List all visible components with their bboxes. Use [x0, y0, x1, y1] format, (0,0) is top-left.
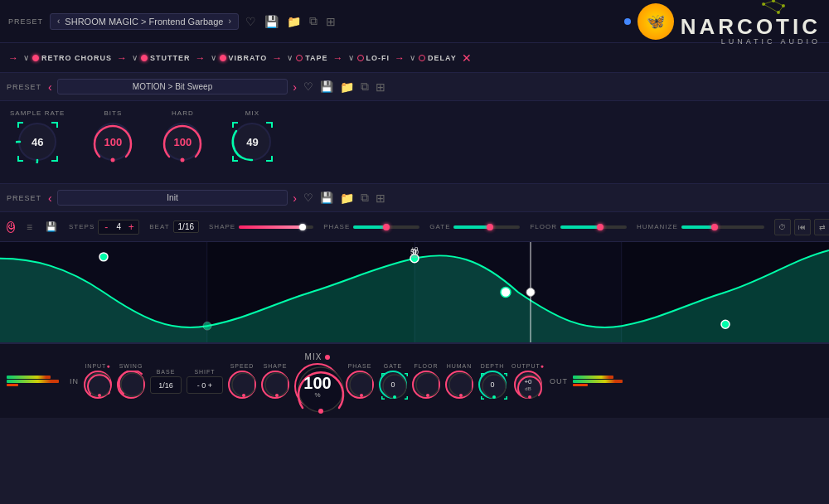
lofi-paste-icon[interactable]: ⊞: [376, 80, 385, 94]
top-preset-nav[interactable]: ‹ SHROOM MAGIC > Frontend Garbage ›: [50, 13, 239, 30]
arrow-after-chorus[interactable]: →: [115, 52, 128, 64]
chevron-tape[interactable]: ∨: [348, 53, 354, 62]
heart-icon[interactable]: ♡: [245, 15, 256, 28]
lofi-preset-nav[interactable]: ‹ MOTION > Bit Sweep ›: [48, 79, 297, 94]
chevron-chorus[interactable]: ∨: [132, 53, 138, 62]
arrow-after-stutter[interactable]: →: [194, 52, 207, 64]
logo-dot-blue: [624, 18, 631, 25]
shape-knob[interactable]: 0: [261, 371, 289, 399]
effect-retro-chorus: RETRO CHORUS: [32, 54, 112, 62]
speed-knob[interactable]: 0: [228, 371, 256, 399]
humanize-slider[interactable]: [681, 225, 764, 229]
input-knob[interactable]: +0 dB: [84, 371, 112, 399]
lofi-label: LO-FI: [366, 54, 390, 62]
top-preset-path: SHROOM MAGIC > Frontend Garbage: [65, 17, 223, 27]
chevron-lofi[interactable]: ∨: [410, 53, 415, 62]
bits-knob-wrapper[interactable]: 100: [91, 120, 134, 163]
lfo-prev-arrow[interactable]: ‹: [48, 191, 52, 205]
effects-chevron[interactable]: ∨: [23, 53, 29, 62]
lfo-copy-icon[interactable]: ⧉: [361, 191, 369, 205]
base-value-box[interactable]: 1/16: [150, 376, 182, 394]
lofi-mix-group: MIX 49: [230, 109, 274, 163]
paste-icon[interactable]: ⊞: [326, 15, 336, 28]
lofi-save-icon[interactable]: 💾: [320, 80, 333, 93]
mix-main-label: MIX: [305, 352, 322, 361]
lfo-save-small-icon[interactable]: 💾: [44, 220, 59, 234]
svg-point-77: [492, 395, 496, 399]
gate-knob[interactable]: 0: [379, 371, 407, 399]
floor-knob[interactable]: 0: [412, 371, 440, 399]
lfo-heart-icon[interactable]: ♡: [303, 191, 313, 204]
gate-slider[interactable]: [453, 225, 520, 229]
chevron-vibrato[interactable]: ∨: [287, 53, 293, 62]
arrow-after-lofi[interactable]: →: [393, 52, 406, 64]
hard-knob-wrapper[interactable]: 100: [161, 120, 204, 163]
lfo-timer-icon[interactable]: ⏱: [774, 219, 791, 235]
human-knob[interactable]: 0: [445, 371, 473, 399]
lfo-shuffle-icon[interactable]: ⇄: [814, 219, 829, 235]
svg-rect-27: [232, 160, 238, 162]
lfo-preset-bar: PRESET ‹ Init › ♡ 💾 📁 ⧉ ⊞: [0, 184, 829, 212]
lofi-power[interactable]: [357, 55, 364, 61]
steps-minus-btn[interactable]: -: [102, 221, 110, 233]
lfo-paste-icon[interactable]: ⊞: [376, 191, 385, 205]
svg-rect-28: [266, 160, 272, 162]
big-mix-knob[interactable]: 100 %: [294, 363, 341, 410]
chevron-stutter[interactable]: ∨: [211, 53, 216, 62]
floor-slider[interactable]: [560, 225, 627, 229]
shape-knob-label: SHAPE: [264, 363, 288, 369]
lfo-next-arrow[interactable]: ›: [293, 191, 297, 205]
retro-chorus-power[interactable]: [32, 55, 39, 61]
svg-point-63: [393, 395, 396, 399]
svg-rect-70: [481, 373, 482, 376]
copy-icon[interactable]: ⧉: [309, 14, 318, 28]
shift-value-box[interactable]: - 0 +: [187, 376, 223, 394]
shape-slider[interactable]: [239, 225, 313, 229]
lofi-prev-arrow[interactable]: ‹: [48, 80, 52, 94]
lofi-heart-icon[interactable]: ♡: [303, 80, 313, 93]
lfo-save-icon[interactable]: 💾: [320, 191, 333, 204]
folder-icon[interactable]: 📁: [287, 15, 301, 28]
speed-knob-svg: [230, 371, 255, 399]
arrow-after-vibrato[interactable]: →: [270, 52, 284, 64]
save-icon[interactable]: 💾: [264, 15, 279, 28]
lofi-folder-icon[interactable]: 📁: [340, 80, 354, 94]
lofi-copy-icon[interactable]: ⧉: [361, 80, 369, 94]
phase-knob[interactable]: 0: [346, 371, 374, 399]
lfo-eq-icon[interactable]: ≡: [25, 220, 34, 235]
svg-point-47: [242, 394, 245, 397]
effects-left-arrow[interactable]: →: [7, 52, 20, 64]
svg-line-6: [778, 6, 783, 12]
lfo-skip-icon[interactable]: ⏮: [794, 219, 811, 235]
next-preset-arrow[interactable]: ›: [228, 17, 230, 26]
svg-rect-74: [481, 399, 484, 400]
svg-rect-12: [56, 122, 58, 128]
lofi-preset-path: MOTION > Bit Sweep: [57, 79, 288, 94]
lofi-next-arrow[interactable]: ›: [293, 80, 297, 94]
prev-preset-arrow[interactable]: ‹: [57, 17, 60, 26]
vu-out-bar-top: [573, 376, 613, 379]
stutter-power[interactable]: [141, 55, 148, 61]
floor-label: FLOOR: [530, 223, 557, 230]
lofi-mix-knob-wrapper[interactable]: 49: [230, 120, 274, 163]
phase-slider[interactable]: [353, 225, 419, 229]
arrow-after-tape[interactable]: →: [332, 52, 345, 64]
sample-rate-knob-wrapper[interactable]: 46: [16, 120, 59, 163]
svg-line-7: [764, 4, 778, 12]
steps-plus-btn[interactable]: +: [127, 221, 135, 233]
svg-line-5: [773, 1, 783, 6]
vibrato-power[interactable]: [220, 55, 226, 61]
tape-power[interactable]: [296, 55, 303, 61]
steps-control[interactable]: - 4 +: [98, 220, 139, 235]
delay-power[interactable]: [419, 55, 425, 61]
lfo-preset-nav[interactable]: ‹ Init ›: [48, 190, 297, 206]
svg-point-37: [99, 253, 108, 261]
lfo-folder-icon[interactable]: 📁: [340, 191, 354, 205]
beat-value[interactable]: 1/16: [173, 220, 199, 233]
swing-knob[interactable]: 50: [117, 371, 145, 399]
output-knob[interactable]: +0 dB: [514, 371, 542, 399]
vu-bar-mid: [7, 380, 59, 383]
svg-point-44: [98, 394, 101, 397]
lfo-power-btn[interactable]: ⏻: [7, 221, 15, 233]
depth-knob[interactable]: 0: [478, 371, 507, 399]
